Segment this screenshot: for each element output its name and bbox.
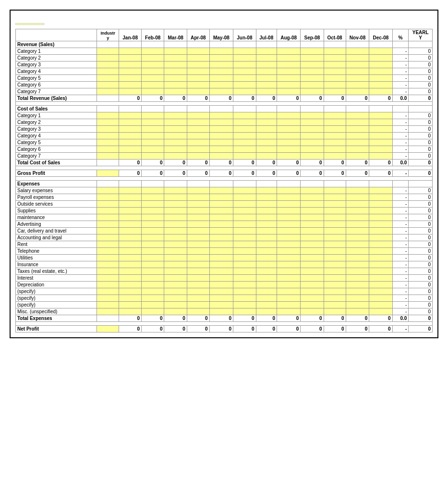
month-input[interactable] (142, 48, 164, 55)
month-input[interactable] (346, 201, 369, 208)
month-input[interactable] (142, 194, 164, 201)
month-input[interactable] (164, 234, 187, 241)
month-input[interactable] (346, 228, 369, 234)
month-input[interactable] (277, 248, 300, 255)
month-input[interactable] (187, 261, 209, 268)
month-input[interactable] (187, 146, 209, 153)
month-input[interactable] (209, 88, 233, 95)
month-input[interactable] (324, 214, 346, 221)
month-input[interactable] (164, 228, 187, 234)
industry-input[interactable] (97, 214, 119, 221)
industry-input[interactable] (97, 82, 119, 88)
month-input[interactable] (301, 275, 324, 282)
month-input[interactable] (233, 228, 256, 234)
month-input[interactable] (324, 248, 346, 255)
month-input[interactable] (164, 295, 187, 302)
month-input[interactable] (187, 241, 209, 248)
industry-input[interactable] (97, 221, 119, 228)
month-input[interactable] (301, 112, 324, 119)
month-input[interactable] (256, 255, 277, 261)
month-input[interactable] (369, 139, 392, 146)
month-input[interactable] (209, 68, 233, 75)
month-input[interactable] (187, 288, 209, 295)
month-input[interactable] (233, 302, 256, 308)
month-input[interactable] (142, 88, 164, 95)
month-input[interactable] (277, 62, 300, 68)
industry-input[interactable] (97, 55, 119, 62)
month-input[interactable] (346, 295, 369, 302)
month-input[interactable] (164, 153, 187, 160)
industry-input[interactable] (97, 261, 119, 268)
month-input[interactable] (277, 295, 300, 302)
month-input[interactable] (233, 295, 256, 302)
month-input[interactable] (277, 153, 300, 160)
month-input[interactable] (142, 275, 164, 282)
month-input[interactable] (209, 201, 233, 208)
month-input[interactable] (277, 75, 300, 82)
industry-input[interactable] (97, 241, 119, 248)
month-input[interactable] (119, 139, 142, 146)
month-input[interactable] (324, 68, 346, 75)
month-input[interactable] (119, 68, 142, 75)
month-input[interactable] (209, 146, 233, 153)
month-input[interactable] (301, 308, 324, 315)
month-input[interactable] (119, 201, 142, 208)
month-input[interactable] (142, 75, 164, 82)
month-input[interactable] (301, 187, 324, 194)
month-input[interactable] (119, 282, 142, 288)
month-input[interactable] (142, 302, 164, 308)
month-input[interactable] (142, 119, 164, 126)
industry-input[interactable] (97, 88, 119, 95)
month-input[interactable] (324, 221, 346, 228)
month-input[interactable] (209, 241, 233, 248)
month-input[interactable] (369, 88, 392, 95)
month-input[interactable] (369, 221, 392, 228)
month-input[interactable] (187, 201, 209, 208)
month-input[interactable] (209, 133, 233, 139)
month-input[interactable] (369, 62, 392, 68)
month-input[interactable] (369, 275, 392, 282)
month-input[interactable] (277, 126, 300, 133)
month-input[interactable] (119, 228, 142, 234)
month-input[interactable] (256, 241, 277, 248)
month-input[interactable] (301, 55, 324, 62)
industry-input[interactable] (97, 228, 119, 234)
month-input[interactable] (142, 187, 164, 194)
month-input[interactable] (324, 82, 346, 88)
month-input[interactable] (301, 221, 324, 228)
month-input[interactable] (164, 62, 187, 68)
month-input[interactable] (369, 119, 392, 126)
industry-input[interactable] (97, 275, 119, 282)
month-input[interactable] (209, 187, 233, 194)
month-input[interactable] (209, 282, 233, 288)
month-input[interactable] (187, 302, 209, 308)
month-input[interactable] (369, 214, 392, 221)
month-input[interactable] (346, 88, 369, 95)
month-input[interactable] (187, 112, 209, 119)
month-input[interactable] (324, 241, 346, 248)
month-input[interactable] (233, 268, 256, 275)
month-input[interactable] (346, 75, 369, 82)
month-input[interactable] (256, 248, 277, 255)
month-input[interactable] (256, 214, 277, 221)
month-input[interactable] (119, 234, 142, 241)
industry-cell[interactable] (97, 41, 119, 48)
month-input[interactable] (187, 194, 209, 201)
month-input[interactable] (346, 68, 369, 75)
month-input[interactable] (301, 75, 324, 82)
month-input[interactable] (346, 275, 369, 282)
month-input[interactable] (277, 228, 300, 234)
industry-input[interactable] (97, 133, 119, 139)
month-input[interactable] (301, 201, 324, 208)
month-input[interactable] (233, 68, 256, 75)
month-input[interactable] (119, 295, 142, 302)
month-input[interactable] (142, 68, 164, 75)
month-input[interactable] (233, 133, 256, 139)
month-input[interactable] (301, 62, 324, 68)
month-input[interactable] (164, 119, 187, 126)
month-input[interactable] (346, 268, 369, 275)
month-input[interactable] (369, 153, 392, 160)
month-input[interactable] (324, 288, 346, 295)
month-input[interactable] (324, 187, 346, 194)
month-input[interactable] (119, 187, 142, 194)
